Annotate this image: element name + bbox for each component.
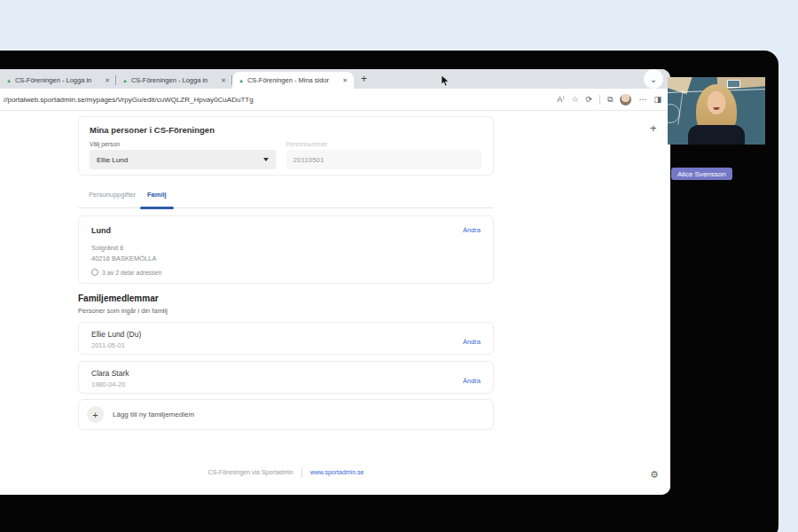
close-tab-icon[interactable]: ✕	[342, 77, 348, 84]
participant-face	[708, 91, 726, 114]
participant-video	[668, 77, 765, 145]
browser-toolbar: A⁾ ☆ ⟳ ⧉ ⋯ ◨	[557, 94, 670, 106]
tab-title: CS-Föreningen - Logga in	[15, 76, 101, 84]
member-birthdate: 1980-04-20	[91, 380, 129, 388]
footer-divider	[301, 467, 302, 477]
tab-login-2[interactable]: ▲ CS-Föreningen - Logga in ✕	[116, 72, 232, 89]
personnummer-label: Personnummer	[286, 141, 483, 147]
edit-member-link[interactable]: Ändra	[463, 377, 481, 385]
family-members-subheading: Personer som ingår i din familj	[78, 307, 168, 315]
favorites-star-icon[interactable]: ☆	[571, 96, 578, 104]
add-family-member-button[interactable]: + Lägg till ny familjemedlem	[78, 399, 494, 430]
participant-name-tag: Alice Svensson	[671, 168, 732, 180]
footer-text: CS-Föreningen via Sportadmin	[208, 469, 293, 475]
person-selector-card: Mina personer i CS-Föreningen Välj perso…	[78, 116, 494, 176]
page-footer: CS-Föreningen via Sportadmin www.sportad…	[78, 467, 494, 477]
sidebar-icon[interactable]: ◨	[653, 96, 661, 104]
sportadmin-favicon-icon: ▲	[122, 78, 128, 83]
person-select-value: Ellie Lund	[97, 156, 128, 164]
add-family-member-label: Lägg till ny familjemedlem	[113, 411, 194, 419]
url-input[interactable]: //portalweb.sportadmin.se/mypages/VrpyGu…	[0, 96, 557, 104]
toolbar-divider	[599, 95, 600, 105]
zoom-in-control[interactable]: +	[650, 121, 657, 135]
tab-personuppgifter[interactable]: Personuppgifter	[89, 191, 136, 199]
participant-body	[688, 125, 745, 145]
chevron-down-icon	[263, 158, 269, 161]
tab-mina-sidor[interactable]: ▲ CS-Föreningen - Mina sidor ✕	[232, 72, 354, 89]
close-tab-icon[interactable]: ✕	[105, 77, 110, 84]
gear-icon[interactable]: ⚙	[650, 469, 659, 481]
collections-icon[interactable]: ⧉	[607, 96, 613, 104]
handball-goal	[727, 80, 740, 88]
browser-address-bar: //portalweb.sportadmin.se/mypages/VrpyGu…	[0, 89, 670, 111]
address-card: Lund Ändra Solgränd 8 40216 BASKEMÖLLA 3…	[78, 215, 494, 284]
address-street: Solgränd 8	[91, 243, 481, 254]
select-person-label: Välj person	[90, 141, 286, 147]
mouse-cursor	[442, 74, 450, 90]
address-postal: 40216 BASKEMÖLLA	[91, 254, 481, 264]
edit-member-link[interactable]: Ändra	[463, 338, 481, 346]
sportadmin-link[interactable]: www.sportadmin.se	[310, 469, 364, 475]
family-member-row: Ellie Lund (Du) 2011-05-01 Ändra	[78, 322, 494, 355]
plus-icon: +	[87, 406, 104, 423]
personnummer-value: 20110501	[293, 156, 325, 164]
read-aloud-icon[interactable]: A⁾	[557, 96, 564, 104]
new-tab-button[interactable]: +	[361, 71, 367, 87]
member-name: Ellie Lund (Du)	[91, 330, 141, 339]
family-members-heading: Familjemedlemmar	[78, 293, 159, 303]
refresh-icon[interactable]: ⟳	[586, 96, 593, 104]
browser-tab-bar: ▲ CS-Föreningen - Logga in ✕ ▲ CS-Föreni…	[0, 69, 670, 89]
member-birthdate: 2011-05-01	[91, 341, 141, 349]
video-call-window: ▲ CS-Föreningen - Logga in ✕ ▲ CS-Föreni…	[0, 51, 778, 532]
tab-login-1[interactable]: ▲ CS-Föreningen - Logga in ✕	[0, 72, 116, 89]
section-tabs: Personuppgifter Familj	[78, 191, 494, 208]
close-tab-icon[interactable]: ✕	[221, 77, 226, 84]
page-title: Mina personer i CS-Föreningen	[90, 125, 482, 135]
edit-address-link[interactable]: Ändra	[463, 226, 481, 235]
tab-familj[interactable]: Familj	[147, 191, 167, 199]
profile-avatar[interactable]	[620, 94, 631, 106]
page-content: Mina personer i CS-Föreningen Välj perso…	[0, 111, 670, 495]
sportadmin-favicon-icon: ▲	[6, 78, 12, 83]
desktop-background: ▲ CS-Föreningen - Logga in ✕ ▲ CS-Föreni…	[0, 0, 798, 532]
shared-browser-window: ▲ CS-Föreningen - Logga in ✕ ▲ CS-Föreni…	[0, 69, 670, 495]
personnummer-field[interactable]: 20110501	[286, 150, 481, 169]
address-family-name: Lund	[91, 226, 111, 235]
family-member-row: Clara Stark 1980-04-20 Ändra	[78, 361, 494, 394]
sportadmin-favicon-icon: ▲	[239, 78, 244, 83]
member-name: Clara Stark	[91, 369, 129, 378]
tab-title: CS-Föreningen - Logga in	[131, 76, 217, 84]
tab-list-chevron-button[interactable]: ⌄	[644, 69, 663, 89]
shared-address-icon	[91, 269, 98, 276]
shared-address-note: 3 av 2 delar adressen	[102, 270, 161, 276]
active-tab-underline	[140, 207, 174, 209]
tab-title: CS-Föreningen - Mina sidor	[247, 76, 339, 84]
more-menu-icon[interactable]: ⋯	[638, 96, 646, 104]
person-select[interactable]: Ellie Lund	[90, 150, 276, 169]
